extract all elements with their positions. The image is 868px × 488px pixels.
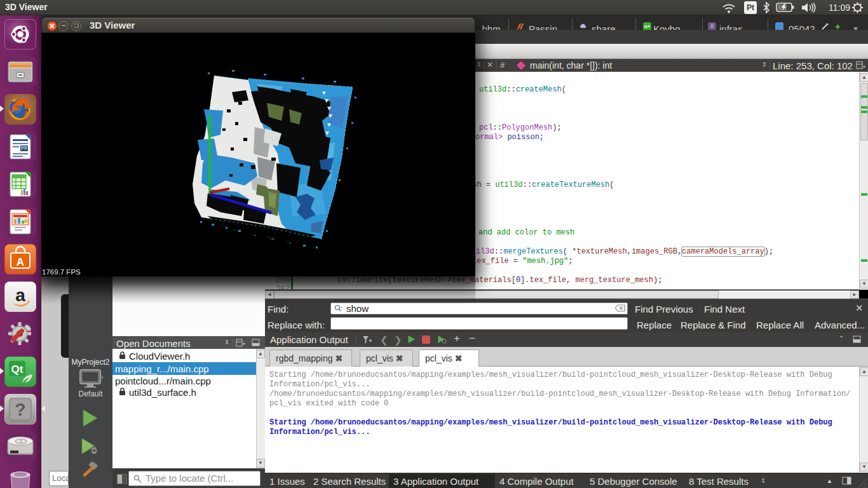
svg-text:A: A: [17, 256, 24, 268]
svg-text:a: a: [15, 285, 25, 305]
svg-text:?: ?: [15, 400, 25, 419]
svg-text:Qt: Qt: [11, 363, 24, 376]
